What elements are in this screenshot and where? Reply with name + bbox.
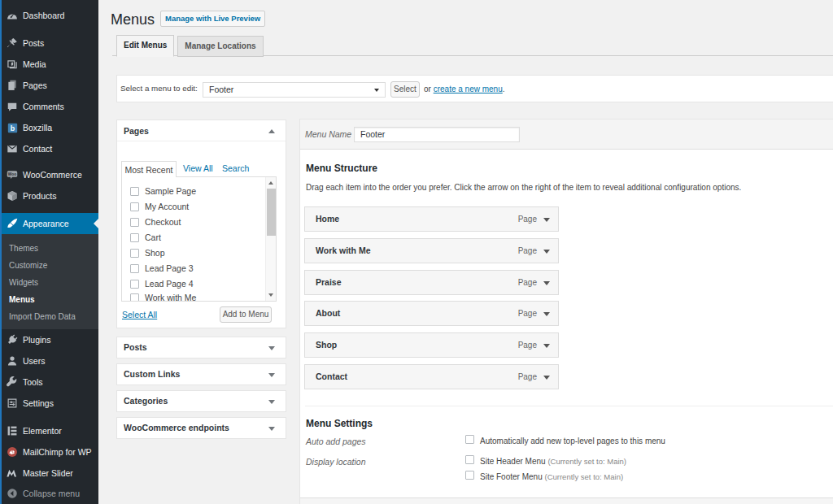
svg-text:b: b: [10, 124, 15, 133]
svg-text:Woo: Woo: [8, 172, 16, 176]
